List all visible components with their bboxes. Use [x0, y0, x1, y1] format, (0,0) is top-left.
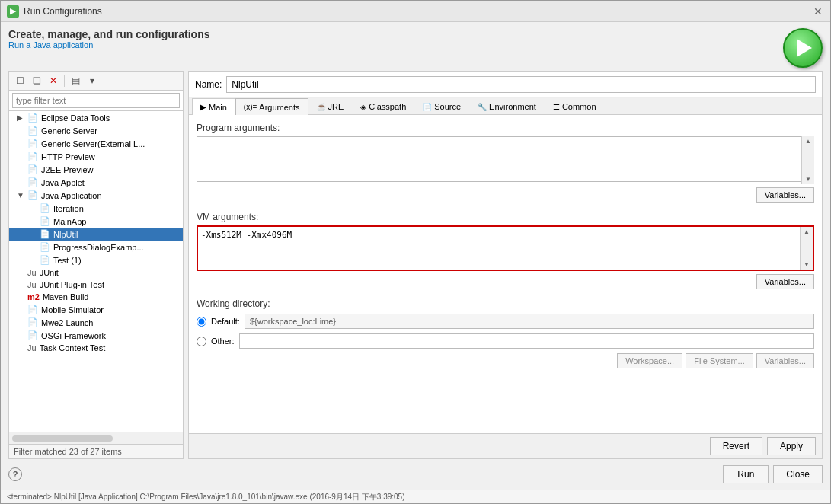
tree-item-eclipse-data-tools[interactable]: ▶ 📄 Eclipse Data Tools: [9, 111, 183, 124]
expand-icon: [17, 178, 24, 187]
item-icon: Ju: [27, 280, 37, 289]
expand-icon: [29, 217, 37, 225]
jre-tab-icon: ☕: [317, 103, 326, 111]
program-args-variables-button[interactable]: Variables...: [756, 187, 814, 203]
vm-args-scrollbar[interactable]: ▲ ▼: [800, 227, 813, 270]
tab-main[interactable]: ▶ Main: [192, 98, 235, 115]
run-icon-button[interactable]: [783, 28, 823, 68]
item-icon: 📄: [27, 139, 38, 148]
tree-item-task-context[interactable]: Ju Task Context Test: [9, 342, 183, 354]
filter-input[interactable]: [12, 93, 180, 108]
expand-icon: [17, 126, 24, 135]
tree-item-http-preview[interactable]: 📄 HTTP Preview: [9, 150, 183, 163]
apply-button[interactable]: Apply: [767, 437, 816, 455]
item-icon: 📄: [40, 229, 50, 239]
duplicate-config-button[interactable]: ❏: [29, 73, 44, 88]
tab-source[interactable]: 📄 Source: [414, 98, 469, 114]
tree-item-mwe2[interactable]: 📄 Mwe2 Launch: [9, 316, 183, 329]
tab-common[interactable]: ☰ Common: [545, 98, 605, 114]
delete-config-button[interactable]: ✕: [46, 73, 61, 88]
tree-item-java-application[interactable]: ▼ 📄 Java Application: [9, 189, 183, 202]
arguments-tab-icon: (x)=: [244, 103, 257, 111]
tab-environment[interactable]: 🔧 Environment: [469, 98, 545, 114]
horizontal-scrollbar[interactable]: [9, 432, 183, 444]
new-config-button[interactable]: ☐: [12, 73, 27, 88]
default-radio[interactable]: [197, 317, 206, 327]
tree-item-java-applet[interactable]: 📄 Java Applet: [9, 176, 183, 189]
item-label: Generic Server(External L...: [41, 139, 145, 148]
header-section: Create, manage, and run configurations R…: [8, 28, 823, 68]
program-args-container: ▲ ▼: [197, 136, 814, 184]
item-label: Maven Build: [43, 292, 89, 301]
tree-scroll-area[interactable]: ▶ 📄 Eclipse Data Tools 📄 Generic Server …: [9, 111, 183, 432]
program-args-scrollbar[interactable]: ▲ ▼: [801, 136, 814, 184]
tree-item-iteration[interactable]: 📄 Iteration: [9, 202, 183, 215]
close-button[interactable]: ✕: [812, 5, 824, 18]
item-label: OSGi Framework: [41, 331, 106, 340]
main-tab-icon: ▶: [200, 103, 206, 111]
expand-icon: [17, 152, 24, 161]
item-label: Generic Server: [41, 126, 97, 136]
tree-item-junit-plugin[interactable]: Ju JUnit Plug-in Test: [9, 279, 183, 291]
header-subtitle[interactable]: Run a Java application: [8, 40, 210, 49]
item-icon: 📄: [27, 305, 38, 314]
item-icon: Ju: [27, 343, 37, 352]
default-radio-label: Default:: [211, 317, 240, 326]
workspace-button[interactable]: Workspace...: [617, 353, 682, 368]
vm-args-input[interactable]: [198, 227, 813, 270]
item-icon: 📄: [40, 216, 50, 226]
title-bar: ▶ Run Configurations ✕: [1, 1, 830, 22]
item-label: Eclipse Data Tools: [41, 113, 110, 123]
other-radio[interactable]: [197, 337, 206, 346]
terminal-text: <terminated> NlpUtil [Java Application] …: [7, 493, 405, 501]
filter-button[interactable]: ▤: [68, 73, 83, 88]
help-button[interactable]: ?: [8, 467, 22, 481]
item-icon: 📄: [27, 330, 38, 340]
filesystem-button[interactable]: File System...: [686, 353, 753, 368]
tree-item-nlputil[interactable]: 📄 NlpUtil: [9, 228, 183, 241]
vm-args-variables-button[interactable]: Variables...: [756, 274, 814, 289]
view-menu-button[interactable]: ▾: [85, 73, 100, 88]
scrollbar-thumb[interactable]: [12, 435, 113, 442]
tab-jre[interactable]: ☕ JRE: [308, 98, 353, 114]
tree-item-j2ee-preview[interactable]: 📄 J2EE Preview: [9, 163, 183, 176]
tabs-bar: ▶ Main (x)= Arguments ☕ JRE ◈ Classpath: [189, 98, 822, 115]
expand-icon: [17, 269, 24, 277]
left-panel: ☐ ❏ ✕ ▤ ▾ ▶ 📄 Eclipse Data Tools: [8, 71, 184, 459]
program-args-section: Program arguments: ▲ ▼ Variables...: [197, 123, 814, 203]
expand-icon: [17, 344, 24, 352]
working-dir-label: Working directory:: [197, 298, 814, 309]
run-button[interactable]: Run: [723, 465, 769, 483]
tree-item-progress-dialog[interactable]: 📄 ProgressDialogExamp...: [9, 241, 183, 254]
tab-arguments[interactable]: (x)= Arguments: [235, 98, 308, 115]
vm-scroll-up-icon: ▲: [801, 227, 813, 235]
other-dir-input[interactable]: [239, 333, 814, 349]
item-label: Mobile Simulator: [41, 305, 104, 314]
source-tab-icon: 📄: [423, 103, 432, 111]
tree-item-mobile-sim[interactable]: 📄 Mobile Simulator: [9, 303, 183, 316]
working-dir-section: Working directory: Default: Other:: [197, 298, 814, 368]
terminal-bar: <terminated> NlpUtil [Java Application] …: [1, 490, 830, 503]
vm-scroll-down-icon: ▼: [801, 261, 813, 270]
tab-classpath[interactable]: ◈ Classpath: [352, 98, 414, 114]
expand-icon: [29, 230, 37, 238]
program-args-input[interactable]: [197, 136, 814, 182]
expand-icon: [17, 293, 24, 301]
item-icon: 📄: [40, 203, 50, 213]
scroll-down-icon: ▼: [802, 176, 814, 184]
name-input[interactable]: [226, 76, 816, 93]
tree-item-generic-server-ext[interactable]: 📄 Generic Server(External L...: [9, 137, 183, 150]
tree-item-osgi[interactable]: 📄 OSGi Framework: [9, 329, 183, 342]
main-tab-label: Main: [209, 103, 227, 112]
item-label: Iteration: [53, 204, 84, 213]
header-info: Create, manage, and run configurations R…: [8, 28, 210, 49]
tree-item-mainapp[interactable]: 📄 MainApp: [9, 215, 183, 228]
variables-button-3[interactable]: Variables...: [756, 353, 814, 368]
tree-item-maven[interactable]: m2 Maven Build: [9, 291, 183, 303]
vm-args-section: VM arguments: ▲ ▼ Variables...: [197, 212, 814, 289]
revert-button[interactable]: Revert: [710, 437, 762, 455]
tree-item-generic-server[interactable]: 📄 Generic Server: [9, 124, 183, 137]
close-button-bottom[interactable]: Close: [773, 465, 823, 483]
tree-item-junit[interactable]: Ju JUnit: [9, 266, 183, 279]
tree-item-test[interactable]: 📄 Test (1): [9, 254, 183, 266]
